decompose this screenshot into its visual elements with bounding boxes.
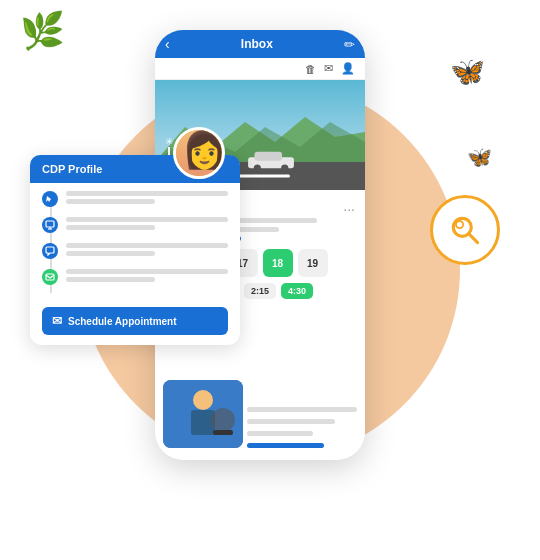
bottom-line-3 <box>247 431 313 436</box>
svg-rect-6 <box>255 152 283 161</box>
svg-point-10 <box>193 390 213 410</box>
text-lines-bottom <box>247 380 357 452</box>
timeline-dot-4 <box>42 269 58 285</box>
timeline-item-3 <box>42 243 228 259</box>
tl-line-3b <box>66 251 155 256</box>
butterfly-bottom-icon: 🦋 <box>467 145 492 169</box>
edit-icon[interactable]: ✏ <box>344 37 355 52</box>
svg-rect-17 <box>46 274 54 280</box>
timeline-item-1 <box>42 191 228 207</box>
timeline-content-3 <box>66 243 228 259</box>
svg-rect-13 <box>213 430 233 435</box>
cdp-profile-label: CDP Profile <box>42 163 102 175</box>
tl-line-3a <box>66 243 228 248</box>
timeline-item-2 <box>42 217 228 233</box>
time-430[interactable]: 4:30 <box>281 283 313 299</box>
svg-point-12 <box>211 408 235 432</box>
user-icon[interactable]: 👤 <box>341 62 355 75</box>
search-circle-icon <box>430 195 500 265</box>
timeline-dot-1 <box>42 191 58 207</box>
svg-rect-14 <box>46 221 54 227</box>
time-215[interactable]: 2:15 <box>244 283 276 299</box>
tl-line-4a <box>66 269 228 274</box>
timeline-dot-3 <box>42 243 58 259</box>
phone-status-bar: ‹ Inbox ✏ <box>155 30 365 58</box>
back-button[interactable]: ‹ <box>165 36 170 52</box>
avatar <box>173 127 225 179</box>
schedule-appointment-label: Schedule Appointment <box>68 316 177 327</box>
bottom-line-2 <box>247 419 335 424</box>
car-icon <box>244 148 299 170</box>
timeline-dot-2 <box>42 217 58 233</box>
phone-toolbar: 🗑 ✉ 👤 <box>155 58 365 80</box>
timeline-content-2 <box>66 217 228 233</box>
tl-line-4b <box>66 277 155 282</box>
svg-line-1 <box>469 234 478 243</box>
bottom-line-1 <box>247 407 357 412</box>
delete-icon[interactable]: 🗑 <box>305 63 316 75</box>
bottom-blue-bar <box>247 443 324 448</box>
tl-line-1a <box>66 191 228 196</box>
cdp-profile-card: CDP Profile <box>30 155 240 345</box>
tl-line-2a <box>66 217 228 222</box>
leaf-decoration: 🌿 <box>20 10 65 52</box>
schedule-appointment-button[interactable]: ✉ Schedule Appointment <box>42 307 228 335</box>
date-18[interactable]: 18 <box>263 249 293 277</box>
inbox-title: Inbox <box>241 37 273 51</box>
avatar-face <box>176 127 222 179</box>
mechanic-image <box>163 380 243 448</box>
mail-icon[interactable]: ✉ <box>324 62 333 75</box>
date-19[interactable]: 19 <box>298 249 328 277</box>
tl-line-2b <box>66 225 155 230</box>
timeline-item-4 <box>42 269 228 285</box>
svg-point-2 <box>456 221 463 228</box>
timeline-content-1 <box>66 191 228 207</box>
butterfly-top-icon: 🦋 <box>450 55 485 88</box>
cdp-timeline <box>30 183 240 303</box>
schedule-mail-icon: ✉ <box>52 314 62 328</box>
timeline-content-4 <box>66 269 228 285</box>
tl-line-1b <box>66 199 155 204</box>
phone-bottom-strip <box>155 380 365 460</box>
